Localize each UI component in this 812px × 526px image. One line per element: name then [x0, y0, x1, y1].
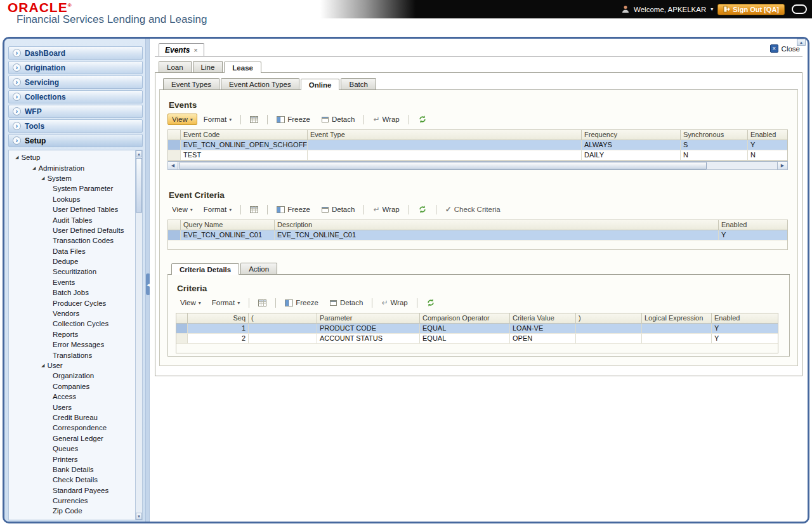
- tree-expand-icon[interactable]: ◢: [32, 166, 36, 171]
- column-header-comparison-operator[interactable]: Comparison Operator: [420, 313, 510, 323]
- tree-expand-icon[interactable]: ◢: [15, 155, 18, 160]
- check-criteria-button[interactable]: ✓ Check Criteria: [441, 203, 505, 216]
- events-hscrollbar[interactable]: ◀ ▶: [167, 161, 788, 170]
- tree-item[interactable]: ◢ Setup: [9, 152, 134, 162]
- tree-item[interactable]: ◢ System Parameter: [9, 183, 134, 194]
- column-header-query-name[interactable]: Query Name: [181, 220, 275, 230]
- tree-item[interactable]: ◢ Vendors: [9, 308, 134, 319]
- tree-item[interactable]: ◢ Currencies: [9, 496, 134, 506]
- tree-scrollbar[interactable]: ▲ ▼: [135, 150, 142, 520]
- events-table-row[interactable]: TEST DAILY N N: [168, 150, 787, 161]
- event-criteria-table-row[interactable]: EVE_TCN_ONLINE_C01 EVE_TCN_ONLINE_C01 Y: [168, 230, 787, 240]
- tree-item[interactable]: ◢ Events: [9, 277, 134, 287]
- column-header-enabled[interactable]: Enabled: [748, 130, 787, 140]
- column-header-open-paren[interactable]: (: [249, 313, 317, 323]
- wrap-button[interactable]: ↵ Wrap: [369, 203, 403, 216]
- tree-item[interactable]: ◢ Zip Code: [9, 506, 134, 516]
- tree-item[interactable]: ◢ Transaction Codes: [9, 235, 134, 246]
- events-hscrollbar-thumb[interactable]: [180, 162, 707, 169]
- tree-item[interactable]: ◢ General Ledger: [9, 433, 134, 444]
- sidebar-splitter[interactable]: ◀: [145, 39, 150, 522]
- criteria-table-row[interactable]: 2 ACCOUNT STATUS EQUAL OPEN Y: [176, 334, 778, 344]
- tree-item[interactable]: ◢ Users: [9, 402, 134, 412]
- format-menu-button[interactable]: Format ▾: [207, 297, 244, 308]
- product-tab[interactable]: Line: [193, 61, 223, 72]
- welcome-menu-caret-icon[interactable]: ▾: [710, 6, 713, 12]
- tree-item[interactable]: ◢ Printers: [9, 454, 134, 464]
- format-menu-button[interactable]: Format ▾: [199, 204, 236, 215]
- tab-events-document[interactable]: Events ×: [159, 43, 204, 56]
- detail-tab[interactable]: Criteria Details: [171, 263, 239, 275]
- tree-item[interactable]: ◢ Bank Details: [9, 464, 134, 475]
- tree-item[interactable]: ◢ System: [9, 173, 134, 183]
- column-header-description[interactable]: Description: [275, 220, 719, 230]
- scroll-right-icon[interactable]: ▶: [777, 162, 787, 169]
- tree-item[interactable]: ◢ User Defined Defaults: [9, 225, 134, 235]
- wrap-button[interactable]: ↵ Wrap: [377, 296, 412, 309]
- tree-item[interactable]: ◢ Error Messages: [9, 339, 134, 350]
- tree-item[interactable]: ◢ Data Files: [9, 246, 134, 256]
- accordion-item[interactable]: › Servicing: [8, 76, 143, 89]
- refresh-button[interactable]: [414, 113, 431, 126]
- tree-item[interactable]: ◢ Producer Cycles: [9, 298, 134, 308]
- column-header-criteria-value[interactable]: Criteria Value: [510, 313, 576, 323]
- detach-button[interactable]: Detach: [325, 297, 367, 309]
- column-header-frequency[interactable]: Frequency: [582, 130, 681, 140]
- tree-item[interactable]: ◢ Dedupe: [9, 256, 134, 266]
- event-subtab[interactable]: Event Action Types: [221, 78, 299, 89]
- tree-item[interactable]: ◢ Companies: [9, 381, 134, 391]
- event-subtab[interactable]: Batch: [341, 78, 376, 89]
- view-menu-button[interactable]: View ▾: [167, 114, 197, 125]
- product-tab[interactable]: Loan: [159, 61, 192, 72]
- column-header-logical-expression[interactable]: Logical Expression: [642, 313, 712, 323]
- refresh-button[interactable]: [414, 203, 431, 216]
- freeze-button[interactable]: Freeze: [280, 297, 323, 309]
- freeze-button[interactable]: Freeze: [272, 204, 315, 216]
- column-header-close-paren[interactable]: ): [576, 313, 642, 323]
- events-table-row[interactable]: EVE_TCN_ONLINE_OPEN_SCHGOFF ALWAYS S Y: [168, 140, 787, 150]
- tree-item[interactable]: ◢ Translations: [9, 350, 134, 360]
- sign-out-button[interactable]: Sign Out [QA]: [717, 4, 785, 15]
- column-header-enabled[interactable]: Enabled: [719, 220, 787, 230]
- accordion-item[interactable]: › Setup: [8, 134, 143, 147]
- tree-scrollbar-thumb[interactable]: [136, 158, 142, 213]
- accordion-item[interactable]: › Collections: [8, 90, 143, 103]
- tree-item[interactable]: ◢ Access: [9, 391, 134, 402]
- tree-item[interactable]: ◢ Lookups: [9, 194, 134, 204]
- detail-tab[interactable]: Action: [240, 263, 277, 274]
- tree-item[interactable]: ◢ Reports: [9, 329, 134, 339]
- scroll-left-icon[interactable]: ◀: [168, 162, 178, 169]
- tree-item[interactable]: ◢ User: [9, 360, 134, 371]
- tree-item[interactable]: ◢ Batch Jobs: [9, 287, 134, 298]
- scroll-up-icon[interactable]: ▲: [136, 150, 142, 157]
- accordion-item[interactable]: › DashBoard: [8, 46, 143, 60]
- tree-item[interactable]: ◢ Queues: [9, 444, 134, 454]
- export-button[interactable]: [246, 114, 263, 126]
- view-menu-button[interactable]: View ▾: [167, 204, 197, 215]
- tree-item[interactable]: ◢ Standard Payees: [9, 485, 134, 496]
- tree-item[interactable]: ◢ User Defined Tables: [9, 204, 134, 214]
- tree-item[interactable]: ◢ Check Details: [9, 475, 134, 485]
- tree-item[interactable]: ◢ Correspondence: [9, 423, 134, 433]
- column-header-event-code[interactable]: Event Code: [181, 130, 308, 140]
- tree-expand-icon[interactable]: ◢: [41, 363, 44, 368]
- tree-item[interactable]: ◢ Administration: [9, 162, 134, 173]
- freeze-button[interactable]: Freeze: [272, 114, 315, 126]
- column-header-synchronous[interactable]: Synchronous: [681, 130, 748, 140]
- tree-item[interactable]: ◢ Collection Cycles: [9, 319, 134, 329]
- events-hscrollbar-track[interactable]: [178, 162, 777, 169]
- accordion-item[interactable]: › Origination: [8, 61, 143, 74]
- column-header-event-type[interactable]: Event Type: [308, 130, 582, 140]
- tree-item[interactable]: ◢ Audit Tables: [9, 214, 134, 225]
- column-header-parameter[interactable]: Parameter: [317, 313, 420, 323]
- format-menu-button[interactable]: Format ▾: [199, 114, 236, 125]
- accordion-item[interactable]: › Tools: [8, 119, 143, 133]
- tree-item[interactable]: ◢ Securitization: [9, 266, 134, 277]
- product-tab[interactable]: Lease: [224, 62, 261, 73]
- tree-item[interactable]: ◢ Credit Bureau: [9, 412, 134, 423]
- criteria-table-row[interactable]: 1 PRODUCT CODE EQUAL LOAN-VE Y: [176, 324, 778, 334]
- tree-expand-icon[interactable]: ◢: [41, 176, 44, 181]
- event-subtab[interactable]: Event Types: [163, 78, 219, 89]
- column-header-enabled[interactable]: Enabled: [712, 313, 778, 323]
- wrap-button[interactable]: ↵ Wrap: [369, 113, 403, 126]
